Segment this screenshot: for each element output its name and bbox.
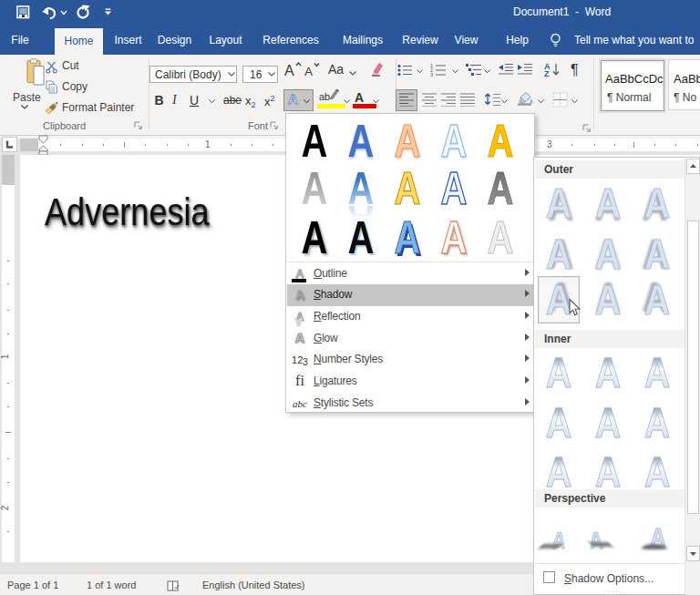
svg-text:3: 3 bbox=[430, 72, 433, 77]
svg-text:Z: Z bbox=[544, 69, 550, 77]
svg-text:A: A bbox=[304, 65, 313, 77]
svg-text:A: A bbox=[284, 63, 294, 77]
